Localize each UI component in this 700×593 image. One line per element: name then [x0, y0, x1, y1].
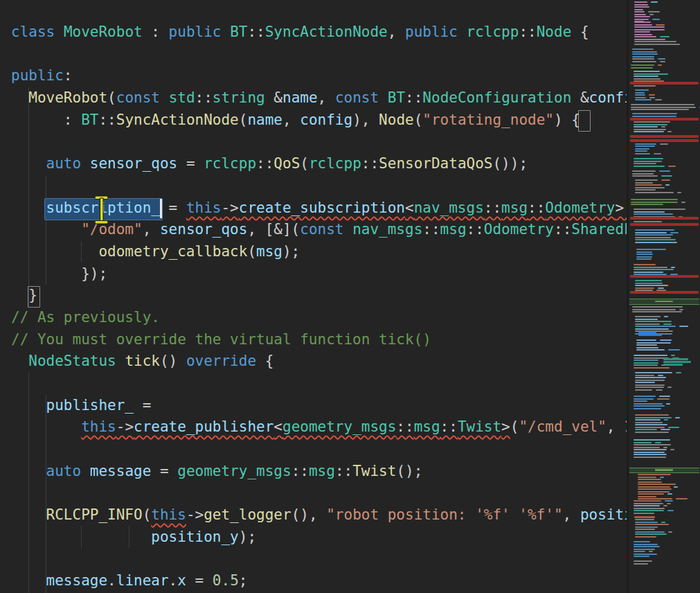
- code-line[interactable]: public:: [11, 65, 627, 87]
- minimap-code-row: [634, 449, 667, 450]
- code-line[interactable]: }: [11, 285, 627, 307]
- minimap-code-row: [634, 551, 645, 552]
- code-line[interactable]: // As previously.: [11, 307, 627, 329]
- minimap-code-row: [635, 153, 650, 154]
- minimap-code-row: [635, 519, 654, 520]
- minimap-code-row: [634, 452, 665, 453]
- minimap-code-row: [660, 339, 672, 341]
- code-line[interactable]: : BT::SyncActionNode(name, config), Node…: [11, 109, 627, 132]
- code-token: [81, 463, 90, 479]
- code-line[interactable]: message.linear.x = 0.5;: [11, 570, 627, 592]
- minimap-code-row: [638, 479, 661, 480]
- code-token: [11, 506, 46, 523]
- minimap-code-row: [634, 563, 648, 565]
- code-token: const: [116, 89, 160, 106]
- code-token: string: [213, 89, 265, 106]
- minimap-code-row: [634, 549, 655, 550]
- minimap-code-row: [634, 554, 657, 555]
- code-line[interactable]: [11, 44, 627, 66]
- code-token: [379, 89, 388, 106]
- code-token: ::: [195, 89, 213, 106]
- minimap-code-row: [635, 150, 647, 152]
- code-token: 0.5: [213, 572, 239, 589]
- minimap-code-row: [635, 187, 665, 188]
- code-token: (): [160, 353, 186, 369]
- code-token: [81, 155, 90, 172]
- code-token: ::: [440, 418, 458, 435]
- code-line[interactable]: [11, 175, 627, 197]
- code-token: NodeStatus: [28, 353, 116, 369]
- code-token: [458, 24, 467, 40]
- minimap-code-row: [634, 6, 649, 8]
- code-token: [55, 24, 64, 40]
- minimap[interactable]: [629, 0, 700, 593]
- ibeam-cursor-icon: [91, 195, 112, 225]
- code-token: ->: [221, 200, 238, 216]
- code-line[interactable]: [11, 439, 627, 461]
- code-line[interactable]: [11, 373, 627, 395]
- code-line[interactable]: position_y);: [11, 526, 627, 549]
- code-token: =: [160, 200, 186, 216]
- minimap-code-row: [632, 116, 676, 117]
- minimap-code-row: [649, 551, 653, 552]
- code-token: ::: [467, 221, 484, 238]
- minimap-code-row: [635, 380, 665, 381]
- code-line[interactable]: });: [11, 263, 627, 285]
- code-token: [343, 221, 352, 238]
- minimap-code-row: [634, 36, 656, 37]
- minimap-code-row: [632, 61, 656, 62]
- minimap-code-row: [634, 513, 654, 514]
- code-line[interactable]: odometry_callback(msg);: [11, 241, 627, 263]
- code-token: msg: [414, 418, 440, 435]
- minimap-code-row: [634, 355, 667, 356]
- minimap-code-row: [635, 382, 655, 383]
- code-line[interactable]: [11, 549, 627, 571]
- minimap-code-row: [671, 355, 675, 356]
- minimap-code-row: [655, 442, 661, 443]
- code-token: <: [405, 200, 414, 216]
- code-line[interactable]: RCLCPP_INFO(this->get_logger(), "robot p…: [11, 504, 627, 526]
- code-token: create_publisher: [134, 418, 273, 435]
- code-line[interactable]: auto sensor_qos = rclcpp::QoS(rclcpp::Se…: [11, 153, 627, 175]
- code-token: const: [335, 89, 379, 106]
- minimap-code-row: [632, 48, 654, 50]
- code-token: public: [169, 24, 222, 40]
- code-token: class: [11, 24, 55, 40]
- code-line[interactable]: this->create_publisher<geometry_msgs::ms…: [11, 416, 627, 439]
- code-token: ());: [492, 155, 528, 172]
- code-line[interactable]: [11, 131, 627, 153]
- minimap-code-row: [635, 387, 664, 388]
- code-line[interactable]: MoveRobot(const std::string &name, const…: [11, 87, 627, 109]
- minimap-code-row: [634, 442, 652, 443]
- minimap-code-row: [634, 26, 665, 28]
- minimap-code-row: [634, 396, 656, 397]
- code-token: ::: [247, 24, 264, 40]
- code-area[interactable]: class MoveRobot : public BT::SyncActionN…: [0, 0, 627, 593]
- minimap-code-row: [634, 41, 676, 42]
- code-token: MoveRobot: [28, 89, 107, 106]
- code-token: config: [589, 89, 627, 106]
- code-line[interactable]: class MoveRobot : public BT::SyncActionN…: [11, 21, 627, 44]
- minimap-code-row: [655, 99, 662, 100]
- minimap-code-row: [635, 324, 660, 325]
- minimap-code-row: [634, 71, 660, 72]
- code-token: linear: [116, 572, 169, 589]
- code-token: BT: [81, 112, 98, 128]
- minimap-code-row: [631, 202, 678, 203]
- code-line[interactable]: NodeStatus tick() override {: [11, 351, 627, 373]
- code-token: Odometry: [484, 221, 554, 238]
- minimap-code-row: [634, 269, 674, 270]
- minimap-code-row: [631, 107, 696, 108]
- code-token: ->: [116, 418, 134, 435]
- code-line[interactable]: // You must override the virtual functio…: [11, 329, 627, 351]
- minimap-code-row: [660, 36, 670, 37]
- minimap-code-row: [632, 309, 676, 310]
- minimap-code-row: [656, 389, 663, 391]
- minimap-code-row: [634, 560, 652, 562]
- code-line[interactable]: [11, 482, 627, 504]
- code-token: override: [186, 353, 256, 369]
- code-token: [11, 529, 151, 545]
- code-line[interactable]: auto message = geometry_msgs::msg::Twist…: [11, 461, 627, 483]
- code-line[interactable]: publisher_ =: [11, 395, 627, 417]
- minimap-code-row: [638, 484, 676, 485]
